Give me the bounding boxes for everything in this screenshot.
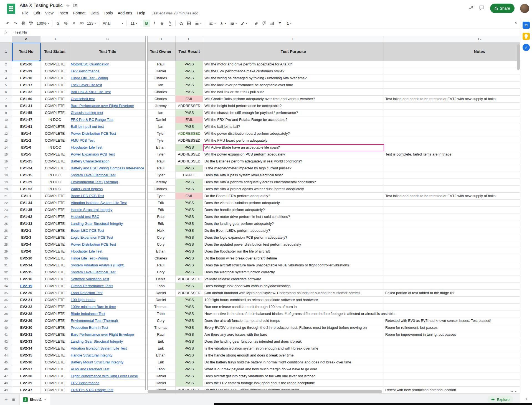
functions-button[interactable]: Σ▾ [284,20,294,27]
cell-A22[interactable]: EV1-34 [12,200,40,207]
cell-F10[interactable]: Will the FRX Pro and Futaba Range be acc… [203,116,384,123]
row-header-5[interactable]: 5 [0,82,12,89]
cell-B49[interactable]: COMPLETE [40,387,69,394]
row-header-27[interactable]: 27 [0,234,12,241]
cell-B21[interactable]: COMPLETE [40,193,69,200]
cell-G47[interactable] [384,373,520,380]
cell-C34[interactable]: Gimbal Performance Tests [69,283,146,290]
text-color-button[interactable]: A [166,20,173,27]
formula-bar[interactable]: fx Test No [0,29,520,36]
user-avatar[interactable] [520,4,529,13]
cell-C43[interactable]: Vibration Isolation System Life Test [69,345,146,352]
cell-A24[interactable]: EV1-62 [12,213,40,220]
cell-A34[interactable]: EV2-19 [12,283,40,290]
cell-D47[interactable]: Daniel [146,373,176,380]
cell-C26[interactable]: Boom LED PCB Test [69,227,146,234]
cell-E23[interactable]: PASS [176,207,203,213]
cell-B12[interactable]: COMPLETE [40,130,69,137]
row-header-44[interactable]: 44 [0,352,12,359]
cell-E25[interactable]: PASS [176,220,203,227]
cell-E15[interactable]: ADDRESSED [176,151,203,158]
cell-F41[interactable]: Are there any aero issues with the baro [203,331,384,338]
cell-F34[interactable]: Does footage look good with various payl… [203,283,384,290]
cell-F7[interactable]: Will Charlie Bolts perform adequately ov… [203,96,384,103]
row-header-23[interactable]: 23 [0,207,12,213]
cell-B27[interactable]: COMPLETE [40,234,69,241]
cell-D22[interactable]: Erik [146,200,176,207]
row-header-39[interactable]: 39 [0,317,12,324]
cell-G42[interactable] [384,338,520,345]
cell-F16[interactable]: Do the Batteries perform adequately in r… [203,158,384,165]
cell-C5[interactable]: Lock Lever Life test [69,82,146,89]
cell-E6[interactable]: PASS [176,89,203,96]
cell-C6[interactable]: Ball Link & Strut Life Test [69,89,146,96]
document-title[interactable]: Alta X Testing Public [20,3,63,8]
menu-add-ons[interactable]: Add-ons [115,10,135,16]
cell-F33[interactable]: Validate release candidate software [203,276,384,283]
cell-A1[interactable]: Test No [12,43,40,61]
font-size-select[interactable]: 11▾ [129,20,139,27]
cell-E16[interactable]: ADDRESSED [176,158,203,165]
cell-G13[interactable] [384,137,520,144]
cell-E41[interactable]: PASS [176,331,203,338]
cell-A41[interactable]: EV2-31 [12,331,40,338]
cell-F43[interactable]: Is the vibration isolation system stron … [203,345,384,352]
cell-E8[interactable]: ADDRESSED [176,103,203,109]
cell-D42[interactable]: Erik [146,338,176,345]
row-header-6[interactable]: 6 [0,89,12,96]
row-header-29[interactable]: 29 [0,248,12,255]
cell-F24[interactable]: Does the motor drive perform in hot / co… [203,213,384,220]
cell-E3[interactable]: PASS [176,68,203,75]
cell-G22[interactable] [384,200,520,207]
cell-D32[interactable]: Cory [146,269,176,276]
cell-A32[interactable]: EV2-15 [12,269,40,276]
cell-D38[interactable]: Tabb [146,310,176,317]
cell-E21[interactable]: FAIL [176,193,203,200]
cell-C40[interactable]: Production Burn-in Test [69,324,146,331]
merge-cells-icon[interactable]: ▾ [193,20,203,27]
cell-E2[interactable]: PASS [176,61,203,68]
cell-A47[interactable]: EV2-38 [12,373,40,380]
select-all-corner[interactable] [0,36,12,42]
cell-E34[interactable]: PASS [176,283,203,290]
frozen-pane-divider[interactable] [145,36,148,390]
row-header-35[interactable]: 35 [0,290,12,297]
insert-link-icon[interactable] [253,20,260,27]
cell-D10[interactable]: Daniel [146,116,176,123]
cell-C11[interactable]: Ball joint pull out test [69,123,146,130]
cell-B38[interactable]: COMPLETE [40,310,69,317]
number-format-menu[interactable]: 123▾ [85,20,97,27]
row-header-33[interactable]: 33 [0,276,12,283]
row-header-11[interactable]: 11 [0,123,12,130]
cell-C21[interactable]: Boom LED PCB Test [69,193,146,200]
column-header-E[interactable]: E [176,36,203,42]
cell-C35[interactable]: Land Detection Test [69,290,146,297]
cell-C33[interactable]: Software Validation Test [69,276,146,283]
row-header-34[interactable]: 34 [0,283,12,290]
cell-G2[interactable] [384,61,520,68]
cell-A44[interactable]: EV2-35 [12,352,40,359]
cell-A4[interactable]: EV1-10 [12,75,40,82]
cell-E28[interactable]: PASS [176,241,203,248]
cell-D37[interactable]: Thomas [146,304,176,310]
row-header-2[interactable]: 2 [0,61,12,68]
cell-D24[interactable]: Raul [146,213,176,220]
all-sheets-icon[interactable]: ≡ [12,397,15,402]
cell-D2[interactable]: Raul [146,61,176,68]
cell-D12[interactable]: Tyler [146,130,176,137]
cell-D9[interactable]: Ian [146,109,176,116]
cell-G14[interactable] [384,144,520,151]
cell-F47[interactable]: Does aircraft get into crazy vibrations … [203,373,384,380]
cell-D48[interactable]: Daniel [146,380,176,387]
cell-C48[interactable]: FPV Performance [69,380,146,387]
cell-G48[interactable] [384,380,520,387]
cell-B32[interactable]: COMPLETE [40,269,69,276]
cell-E24[interactable]: PASS [176,213,203,220]
cell-C3[interactable]: FPV Performance [69,68,146,75]
cell-F13[interactable]: Will the FMU board perform adequately [203,137,384,144]
cell-G23[interactable] [384,207,520,213]
cell-D3[interactable]: Daniel [146,68,176,75]
cell-F45[interactable]: Do the battery trays hold the battery in… [203,359,384,366]
cell-A31[interactable]: EV2-14 [12,262,40,269]
add-sheet-icon[interactable]: + [4,397,8,402]
